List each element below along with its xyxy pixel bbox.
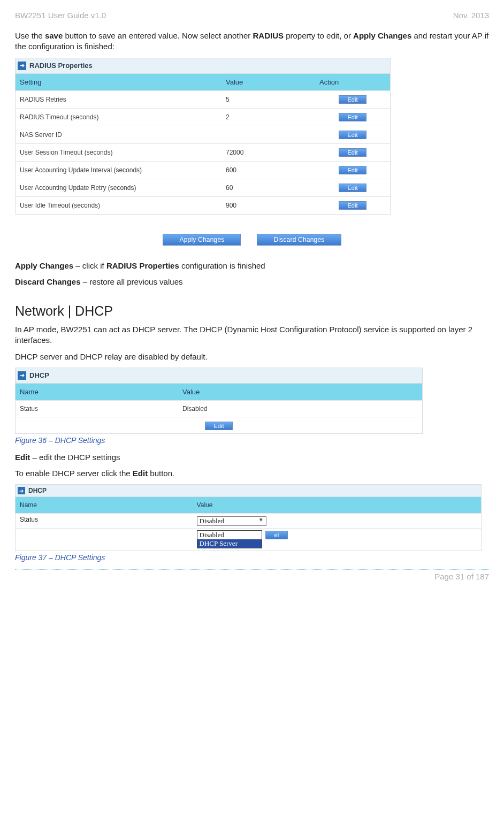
- status-dropdown-list[interactable]: Disabled DHCP Server: [197, 530, 262, 548]
- dhcp-status-label: Status: [16, 514, 193, 525]
- table-row: User Session Timeout (seconds) 72000 Edi…: [16, 143, 390, 161]
- arrow-right-icon: ➔: [18, 62, 26, 70]
- col-name: Name: [16, 497, 193, 513]
- radius-properties-panel: ➔ RADIUS Properties Setting Value Action…: [15, 58, 391, 215]
- section-heading-dhcp: Network | DHCP: [15, 303, 489, 319]
- cancel-button-partial[interactable]: el: [265, 531, 288, 539]
- col-setting: Setting: [16, 74, 222, 90]
- dhcp-status-label: Status: [16, 401, 178, 417]
- table-row: User Accounting Update Retry (seconds) 6…: [16, 179, 390, 196]
- chevron-down-icon: ▼: [258, 517, 264, 523]
- table-row: RADIUS Timeout (seconds) 2 Edit: [16, 108, 390, 126]
- col-value: Value: [222, 74, 315, 90]
- edit-button[interactable]: Edit: [339, 148, 367, 157]
- dhcp-para-1: In AP mode, BW2251 can act as DHCP serve…: [15, 324, 489, 346]
- dhcp-column-headers: Name Value: [16, 384, 422, 400]
- table-row: User Idle Timeout (seconds) 900 Edit: [16, 196, 390, 214]
- page-header: BW2251 User Guide v1.0 Nov. 2013: [15, 11, 489, 20]
- table-row-dropdown: Disabled DHCP Server el: [16, 528, 481, 551]
- dhcp-para-2: DHCP server and DHCP relay are disabled …: [15, 352, 489, 362]
- dhcp-panel-header: ➔ DHCP: [16, 368, 422, 384]
- edit-button[interactable]: Edit: [205, 422, 233, 430]
- dropdown-option[interactable]: Disabled: [197, 531, 262, 539]
- col-action: Action: [315, 74, 390, 90]
- edit-button[interactable]: Edit: [339, 201, 367, 210]
- select-value: Disabled: [200, 517, 224, 525]
- table-row: NAS Server ID Edit: [16, 126, 390, 143]
- apply-changes-button[interactable]: Apply Changes: [163, 234, 241, 246]
- dhcp-edit-column-headers: Name Value: [16, 497, 481, 513]
- radius-column-headers: Setting Value Action: [16, 74, 390, 90]
- enable-desc-line: To enable DHCP server click the Edit but…: [15, 468, 489, 479]
- col-name: Name: [16, 384, 178, 400]
- discard-changes-button[interactable]: Discard Changes: [257, 234, 341, 246]
- edit-button[interactable]: Edit: [339, 113, 367, 121]
- discard-desc-line: Discard Changes – restore all previous v…: [15, 277, 489, 287]
- edit-button[interactable]: Edit: [339, 131, 367, 139]
- figure-37-caption: Figure 37 – DHCP Settings: [15, 553, 489, 562]
- edit-button[interactable]: Edit: [339, 166, 367, 174]
- dhcp-panel-edit-header: ➔ DHCP: [16, 485, 481, 497]
- action-button-row: Apply Changes Discard Changes: [15, 234, 489, 246]
- dhcp-status-value: Disabled: [178, 401, 422, 417]
- edit-desc-line: Edit – edit the DHCP settings: [15, 452, 489, 463]
- radius-panel-title: RADIUS Properties: [29, 62, 93, 70]
- status-select[interactable]: Disabled ▼: [197, 516, 266, 526]
- dhcp-panel-title: DHCP: [29, 371, 49, 379]
- table-row: User Accounting Update Interval (seconds…: [16, 161, 390, 179]
- col-value: Value: [178, 384, 422, 400]
- dhcp-panel: ➔ DHCP Name Value Status Disabled Edit: [15, 368, 423, 434]
- intro-paragraph: Use the save button to save an entered v…: [15, 30, 489, 52]
- dhcp-panel-edit: ➔ DHCP Name Value Status Disabled ▼ Disa…: [15, 484, 482, 551]
- doc-title: BW2251 User Guide v1.0: [15, 11, 106, 20]
- edit-button[interactable]: Edit: [339, 95, 367, 104]
- page-footer: Page 31 of 187: [15, 572, 489, 581]
- dhcp-edit-row: Edit: [16, 417, 422, 433]
- table-row: Status Disabled: [16, 400, 422, 417]
- table-row: Status Disabled ▼: [16, 513, 481, 528]
- figure-36-caption: Figure 36 – DHCP Settings: [15, 436, 489, 445]
- page-number: Page 31 of 187: [434, 572, 489, 581]
- arrow-right-icon: ➔: [18, 487, 25, 494]
- radius-panel-header: ➔ RADIUS Properties: [16, 58, 390, 74]
- apply-desc-line: Apply Changes – click if RADIUS Properti…: [15, 261, 489, 271]
- dropdown-option-selected[interactable]: DHCP Server: [197, 539, 262, 548]
- col-value: Value: [193, 497, 481, 513]
- footer-divider: [15, 569, 489, 570]
- table-row: RADIUS Retries 5 Edit: [16, 90, 390, 108]
- arrow-right-icon: ➔: [18, 371, 26, 380]
- edit-button[interactable]: Edit: [339, 184, 367, 192]
- doc-date: Nov. 2013: [453, 11, 489, 20]
- dhcp-panel-edit-title: DHCP: [28, 487, 47, 494]
